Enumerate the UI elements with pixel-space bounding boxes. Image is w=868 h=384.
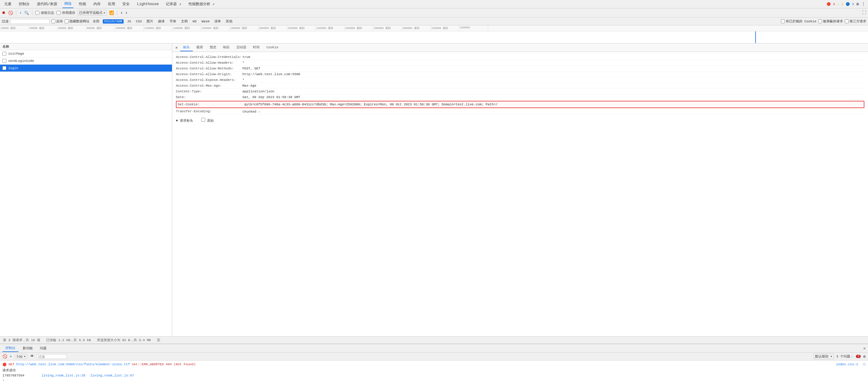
filter-tab-css[interactable]: CSS (134, 19, 144, 24)
disable-cache-label[interactable]: 停用缓存 (57, 10, 75, 15)
console-settings-icon[interactable]: ⚙ (863, 354, 866, 359)
blocked-requests-checkbox[interactable] (818, 19, 822, 23)
list-item-checkbox-sendlogincode[interactable] (2, 59, 6, 63)
upload-icon[interactable]: ⬆ (120, 10, 123, 15)
header-value-aceh: * (242, 78, 864, 82)
preserve-log-text: 保留日志 (41, 10, 54, 15)
error-url-link[interactable]: http://web.test.live.com:5500/css/fonts/… (16, 362, 130, 366)
console-tab-console[interactable]: 控制台 (2, 344, 19, 352)
timeline: 20000 毫秒 40000 毫秒 60000 毫秒 80000 毫秒 1000… (0, 25, 868, 43)
nav-performance[interactable]: 性能 (77, 0, 88, 8)
third-party-checkbox[interactable] (845, 19, 849, 23)
list-item[interactable]: initPage (0, 50, 172, 57)
blocked-cookies-checkbox[interactable] (781, 19, 785, 23)
filter-tab-js[interactable]: JS (125, 19, 132, 24)
third-party-label[interactable]: 第三方请求 (845, 19, 866, 24)
more-icon[interactable]: ⋮ (861, 1, 866, 7)
preserve-log-checkbox[interactable] (35, 11, 39, 15)
console-right-links-2: living_room_list.js:26 living_room_list.… (41, 374, 134, 377)
disable-cache-checkbox[interactable] (57, 11, 60, 15)
console-tab-new[interactable]: 新功能 (20, 345, 36, 352)
list-item-checkbox-initpage[interactable] (2, 51, 6, 56)
console-toolbar: 🚫 ⚡ top ▾ 👁 默认级别 ▾ 3 个问题： 3 ⚙ (0, 353, 868, 360)
filter-tab-other[interactable]: 其他 (224, 19, 234, 24)
download-icon[interactable]: ⬇ (125, 10, 128, 15)
nav-application[interactable]: 应用 (106, 0, 117, 8)
living-room-link2[interactable]: living_room_list.js:67 (90, 374, 134, 377)
filter-tab-all[interactable]: 全部 (91, 19, 101, 24)
details-panel: ✕ 标头 载荷 预览 响应 启动器 时间 Cookie Access-Contr… (172, 43, 868, 336)
console-chevron: › (2, 378, 866, 383)
tab-response[interactable]: 响应 (220, 44, 233, 51)
transferred-size: 已传输 1.2 kB，共 5.5 kB (46, 338, 91, 342)
target-selector[interactable]: top ▾ (14, 354, 28, 359)
expand-icon[interactable]: ⛶ (862, 10, 866, 15)
filter-icon[interactable]: ⚡ (19, 10, 22, 15)
living-room-link1[interactable]: living_room_list.js:26 (41, 374, 85, 377)
nav-sources[interactable]: 源代码/来源 (35, 0, 59, 8)
tab-preview[interactable]: 预览 (207, 44, 219, 51)
tab-timing[interactable]: 时间 (250, 44, 262, 51)
index-css-link[interactable]: index.css:1 (836, 362, 858, 366)
hide-data-urls-label[interactable]: 隐藏数据网址 (65, 19, 89, 24)
filter-tab-media[interactable]: 媒体 (157, 19, 166, 24)
blocked-cookies-label[interactable]: 有已拦截的 Cookie (781, 19, 816, 24)
nav-lighthouse[interactable]: Lighthouse (135, 1, 160, 7)
filter-tab-wasm[interactable]: Wasm (200, 19, 211, 24)
hide-data-urls-checkbox[interactable] (65, 19, 69, 23)
edit-icon[interactable]: ✏ (258, 110, 260, 113)
tab-headers[interactable]: 标头 (180, 44, 193, 51)
request-headers-label[interactable]: ▼ 请求标头 (176, 119, 193, 123)
filter-tab-doc[interactable]: 文档 (180, 19, 189, 24)
nav-elements[interactable]: 元素 (2, 0, 13, 8)
nav-memory[interactable]: 内存 (92, 0, 102, 8)
filter-tab-manifest[interactable]: 清单 (213, 19, 222, 24)
invert-checkbox-label[interactable]: 反转 (51, 19, 63, 24)
filter-tab-fetch-xhr[interactable]: Fetch/XHR (103, 19, 124, 24)
eye-icon[interactable]: 👁 (30, 354, 34, 359)
header-name-date: Date: (176, 95, 242, 99)
tab-payload[interactable]: 载荷 (193, 44, 206, 51)
header-name-acao: Access-Control-Allow-Origin: (176, 72, 242, 76)
search-icon[interactable]: 🔍 (24, 10, 29, 15)
blocked-requests-label[interactable]: 被屏蔽的请求 (818, 19, 843, 24)
console-right-links: index.css:1 ⬡ (836, 362, 866, 366)
raw-checkbox[interactable] (201, 118, 205, 121)
header-name-te: Transfer-Encoding: (176, 110, 242, 113)
nav-security[interactable]: 安全 (121, 0, 131, 8)
filter-input[interactable] (10, 19, 50, 24)
tick-10: 200000 毫秒 (258, 25, 287, 31)
invert-checkbox[interactable] (51, 19, 55, 23)
console-filter-input[interactable] (37, 354, 67, 359)
record-icon[interactable]: ⏺ (2, 10, 6, 15)
filter-tab-ws[interactable]: WS (191, 19, 198, 24)
clear-icon[interactable]: 🚫 (8, 10, 13, 15)
nav-console[interactable]: 控制台 (17, 0, 31, 8)
tab-initiator[interactable]: 启动器 (233, 44, 249, 51)
default-level[interactable]: 默认级别 ▾ (814, 353, 834, 359)
raw-checkbox-label[interactable]: 原始 (201, 119, 214, 123)
nav-perf-insights[interactable]: 性能数据分析 ↗ (187, 0, 216, 8)
nav-recorder[interactable]: 记录器 ↗ (164, 0, 183, 8)
disable-cache-text: 停用缓存 (62, 10, 75, 15)
list-item-name-initpage: initPage (8, 52, 169, 56)
nav-network[interactable]: 网络 (63, 0, 73, 8)
settings-icon[interactable]: ⚙ (857, 1, 859, 7)
console-filter-icon[interactable]: ⚡ (10, 354, 12, 359)
console-messages: 🔴 GET http://web.test.live.com:5500/css/… (0, 360, 868, 384)
throttle-select[interactable]: 已停用节流模式 ▾ (78, 10, 107, 16)
console-tab-issues[interactable]: 问题 (37, 345, 50, 352)
preserve-log-label[interactable]: 保留日志 (35, 10, 54, 15)
details-close-btn[interactable]: ✕ (174, 44, 180, 51)
filter-tab-img[interactable]: 图片 (145, 19, 155, 24)
console-clear-icon[interactable]: 🚫 (2, 354, 7, 359)
sep2 (32, 10, 32, 15)
console-close-btn[interactable]: ✕ (863, 346, 866, 351)
filter-tab-font[interactable]: 字体 (168, 19, 178, 24)
list-item-checkbox-login[interactable] (2, 66, 6, 70)
list-item[interactable]: sendLoginCode (0, 57, 172, 65)
issues-count-label: 3 个问题： (836, 354, 854, 359)
header-row-acam: Access-Control-Allow-Methods: POST, GET (176, 66, 864, 72)
tab-cookies[interactable]: Cookie (263, 44, 281, 51)
list-item-selected[interactable]: login (0, 65, 172, 72)
